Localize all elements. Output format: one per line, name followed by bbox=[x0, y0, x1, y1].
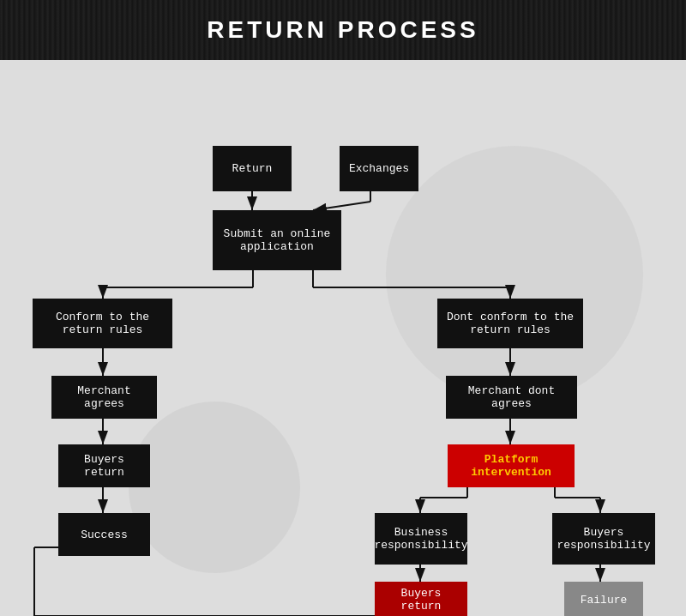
success-box: Success bbox=[58, 513, 150, 556]
svg-line-3 bbox=[313, 202, 370, 210]
buyers-resp-box: Buyers responsibility bbox=[552, 513, 655, 565]
header: RETURN PROCESS bbox=[0, 0, 686, 60]
page-title: RETURN PROCESS bbox=[207, 16, 478, 44]
merchant-dont-box: Merchant dont agrees bbox=[446, 376, 577, 419]
dont-conform-box: Dont conform to the return rules bbox=[437, 299, 583, 348]
buyers-return-left-box: Buyers return bbox=[58, 444, 150, 487]
business-resp-box: Business responsibility bbox=[375, 513, 467, 565]
platform-box: Platform intervention bbox=[448, 444, 575, 487]
failure-box: Failure bbox=[564, 582, 643, 616]
main-content: Return Exchanges Submit an online applic… bbox=[0, 60, 686, 616]
return-box: Return bbox=[213, 146, 292, 191]
conform-box: Conform to the return rules bbox=[33, 299, 172, 348]
submit-box: Submit an online application bbox=[213, 210, 341, 270]
exchanges-box: Exchanges bbox=[340, 146, 418, 191]
buyers-return-right-box: Buyers return bbox=[375, 582, 467, 616]
merchant-agrees-box: Merchant agrees bbox=[51, 376, 157, 419]
